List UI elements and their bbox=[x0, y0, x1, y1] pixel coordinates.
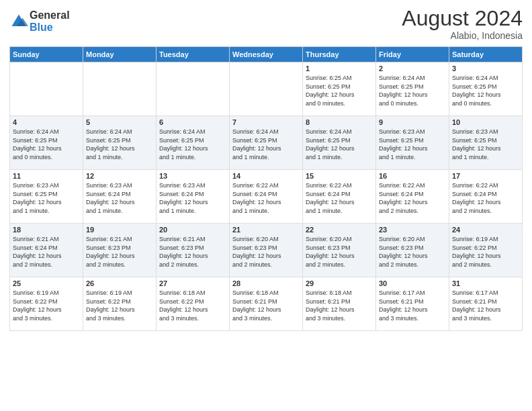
day-info: Sunrise: 6:24 AM Sunset: 6:25 PM Dayligh… bbox=[379, 74, 446, 107]
day-info: Sunrise: 6:22 AM Sunset: 6:24 PM Dayligh… bbox=[379, 181, 446, 215]
calendar-cell: 6Sunrise: 6:24 AM Sunset: 6:25 PM Daylig… bbox=[157, 116, 230, 170]
day-number: 14 bbox=[232, 172, 300, 180]
day-number: 9 bbox=[379, 118, 446, 126]
header-cell-saturday: Saturday bbox=[449, 47, 523, 62]
calendar-cell: 25Sunrise: 6:19 AM Sunset: 6:22 PM Dayli… bbox=[10, 277, 83, 331]
calendar-cell: 18Sunrise: 6:21 AM Sunset: 6:24 PM Dayli… bbox=[10, 224, 83, 277]
day-info: Sunrise: 6:23 AM Sunset: 6:24 PM Dayligh… bbox=[86, 181, 153, 215]
calendar-cell: 1Sunrise: 6:25 AM Sunset: 6:25 PM Daylig… bbox=[303, 62, 376, 116]
header-cell-sunday: Sunday bbox=[10, 47, 83, 62]
day-info: Sunrise: 6:24 AM Sunset: 6:25 PM Dayligh… bbox=[13, 128, 80, 161]
day-info: Sunrise: 6:21 AM Sunset: 6:24 PM Dayligh… bbox=[13, 235, 80, 269]
calendar-cell: 22Sunrise: 6:20 AM Sunset: 6:23 PM Dayli… bbox=[303, 224, 376, 277]
day-number: 21 bbox=[232, 226, 300, 234]
header-row: SundayMondayTuesdayWednesdayThursdayFrid… bbox=[10, 47, 523, 62]
day-number: 1 bbox=[306, 64, 373, 73]
calendar-cell: 20Sunrise: 6:21 AM Sunset: 6:23 PM Dayli… bbox=[157, 224, 230, 277]
day-info: Sunrise: 6:20 AM Sunset: 6:23 PM Dayligh… bbox=[232, 235, 300, 269]
header-cell-monday: Monday bbox=[83, 47, 157, 62]
calendar-cell: 9Sunrise: 6:23 AM Sunset: 6:25 PM Daylig… bbox=[376, 116, 449, 170]
calendar-cell: 24Sunrise: 6:19 AM Sunset: 6:22 PM Dayli… bbox=[449, 224, 523, 277]
day-number: 29 bbox=[306, 279, 373, 287]
header: General Blue August 2024 Alabio, Indones… bbox=[9, 7, 523, 41]
calendar-cell: 15Sunrise: 6:22 AM Sunset: 6:24 PM Dayli… bbox=[303, 170, 376, 224]
calendar-cell: 11Sunrise: 6:23 AM Sunset: 6:25 PM Dayli… bbox=[10, 170, 83, 224]
day-number: 11 bbox=[13, 172, 80, 180]
day-number: 18 bbox=[13, 226, 80, 234]
day-info: Sunrise: 6:17 AM Sunset: 6:21 PM Dayligh… bbox=[452, 289, 519, 322]
calendar-cell: 4Sunrise: 6:24 AM Sunset: 6:25 PM Daylig… bbox=[10, 116, 83, 170]
calendar-cell: 16Sunrise: 6:22 AM Sunset: 6:24 PM Dayli… bbox=[376, 170, 449, 224]
day-number: 10 bbox=[452, 118, 519, 126]
calendar-cell: 7Sunrise: 6:24 AM Sunset: 6:25 PM Daylig… bbox=[230, 116, 303, 170]
calendar-row: 25Sunrise: 6:19 AM Sunset: 6:22 PM Dayli… bbox=[10, 277, 523, 331]
calendar-cell: 26Sunrise: 6:19 AM Sunset: 6:22 PM Dayli… bbox=[83, 277, 157, 331]
day-info: Sunrise: 6:19 AM Sunset: 6:22 PM Dayligh… bbox=[86, 289, 153, 322]
calendar-cell: 28Sunrise: 6:18 AM Sunset: 6:21 PM Dayli… bbox=[230, 277, 303, 331]
day-info: Sunrise: 6:21 AM Sunset: 6:23 PM Dayligh… bbox=[159, 235, 226, 269]
calendar-row: 11Sunrise: 6:23 AM Sunset: 6:25 PM Dayli… bbox=[10, 170, 523, 224]
calendar-row: 4Sunrise: 6:24 AM Sunset: 6:25 PM Daylig… bbox=[10, 116, 523, 170]
day-info: Sunrise: 6:23 AM Sunset: 6:25 PM Dayligh… bbox=[452, 128, 519, 161]
day-number: 3 bbox=[452, 64, 519, 73]
calendar-cell: 23Sunrise: 6:20 AM Sunset: 6:23 PM Dayli… bbox=[376, 224, 449, 277]
day-info: Sunrise: 6:22 AM Sunset: 6:24 PM Dayligh… bbox=[452, 181, 519, 215]
title-block: August 2024 Alabio, Indonesia bbox=[402, 7, 523, 41]
header-cell-tuesday: Tuesday bbox=[157, 47, 230, 62]
day-number: 13 bbox=[159, 172, 226, 180]
calendar-row: 1Sunrise: 6:25 AM Sunset: 6:25 PM Daylig… bbox=[10, 62, 523, 116]
calendar-cell: 29Sunrise: 6:18 AM Sunset: 6:21 PM Dayli… bbox=[303, 277, 376, 331]
day-number: 4 bbox=[13, 118, 80, 126]
day-info: Sunrise: 6:21 AM Sunset: 6:23 PM Dayligh… bbox=[86, 235, 153, 269]
day-number: 7 bbox=[232, 118, 300, 126]
main-title: August 2024 bbox=[402, 7, 523, 30]
day-info: Sunrise: 6:23 AM Sunset: 6:24 PM Dayligh… bbox=[159, 181, 226, 215]
day-number: 24 bbox=[452, 226, 519, 234]
day-info: Sunrise: 6:25 AM Sunset: 6:25 PM Dayligh… bbox=[306, 74, 373, 107]
day-info: Sunrise: 6:22 AM Sunset: 6:24 PM Dayligh… bbox=[306, 181, 373, 215]
calendar-cell: 5Sunrise: 6:24 AM Sunset: 6:25 PM Daylig… bbox=[83, 116, 157, 170]
day-info: Sunrise: 6:18 AM Sunset: 6:21 PM Dayligh… bbox=[232, 289, 300, 322]
logo-text: General Blue bbox=[30, 9, 70, 33]
calendar-cell: 3Sunrise: 6:24 AM Sunset: 6:25 PM Daylig… bbox=[449, 62, 523, 116]
day-info: Sunrise: 6:18 AM Sunset: 6:21 PM Dayligh… bbox=[306, 289, 373, 322]
header-cell-wednesday: Wednesday bbox=[230, 47, 303, 62]
day-number: 16 bbox=[379, 172, 446, 180]
day-number: 8 bbox=[306, 118, 373, 126]
day-info: Sunrise: 6:24 AM Sunset: 6:25 PM Dayligh… bbox=[306, 128, 373, 161]
calendar-cell: 14Sunrise: 6:22 AM Sunset: 6:24 PM Dayli… bbox=[230, 170, 303, 224]
day-number: 20 bbox=[159, 226, 226, 234]
logo-icon bbox=[9, 12, 28, 31]
calendar-cell: 21Sunrise: 6:20 AM Sunset: 6:23 PM Dayli… bbox=[230, 224, 303, 277]
logo-blue: Blue bbox=[30, 21, 70, 34]
day-number: 19 bbox=[86, 226, 153, 234]
day-number: 15 bbox=[306, 172, 373, 180]
calendar-cell: 8Sunrise: 6:24 AM Sunset: 6:25 PM Daylig… bbox=[303, 116, 376, 170]
calendar-cell: 2Sunrise: 6:24 AM Sunset: 6:25 PM Daylig… bbox=[376, 62, 449, 116]
day-number: 25 bbox=[13, 279, 80, 287]
calendar-header: SundayMondayTuesdayWednesdayThursdayFrid… bbox=[10, 47, 523, 62]
day-info: Sunrise: 6:24 AM Sunset: 6:25 PM Dayligh… bbox=[159, 128, 226, 161]
day-info: Sunrise: 6:18 AM Sunset: 6:22 PM Dayligh… bbox=[159, 289, 226, 322]
day-number: 12 bbox=[86, 172, 153, 180]
day-info: Sunrise: 6:24 AM Sunset: 6:25 PM Dayligh… bbox=[452, 74, 519, 107]
logo: General Blue bbox=[9, 9, 70, 33]
calendar-cell bbox=[157, 62, 230, 116]
day-info: Sunrise: 6:20 AM Sunset: 6:23 PM Dayligh… bbox=[379, 235, 446, 269]
day-number: 30 bbox=[379, 279, 446, 287]
day-number: 27 bbox=[159, 279, 226, 287]
calendar-cell: 31Sunrise: 6:17 AM Sunset: 6:21 PM Dayli… bbox=[449, 277, 523, 331]
day-info: Sunrise: 6:23 AM Sunset: 6:25 PM Dayligh… bbox=[13, 181, 80, 215]
logo-general: General bbox=[30, 9, 70, 21]
day-info: Sunrise: 6:19 AM Sunset: 6:22 PM Dayligh… bbox=[452, 235, 519, 269]
calendar-cell: 10Sunrise: 6:23 AM Sunset: 6:25 PM Dayli… bbox=[449, 116, 523, 170]
day-number: 6 bbox=[159, 118, 226, 126]
day-number: 22 bbox=[306, 226, 373, 234]
subtitle: Alabio, Indonesia bbox=[402, 30, 523, 41]
calendar-cell: 13Sunrise: 6:23 AM Sunset: 6:24 PM Dayli… bbox=[157, 170, 230, 224]
header-cell-thursday: Thursday bbox=[303, 47, 376, 62]
day-number: 2 bbox=[379, 64, 446, 73]
day-info: Sunrise: 6:20 AM Sunset: 6:23 PM Dayligh… bbox=[306, 235, 373, 269]
day-info: Sunrise: 6:23 AM Sunset: 6:25 PM Dayligh… bbox=[379, 128, 446, 161]
day-number: 5 bbox=[86, 118, 153, 126]
